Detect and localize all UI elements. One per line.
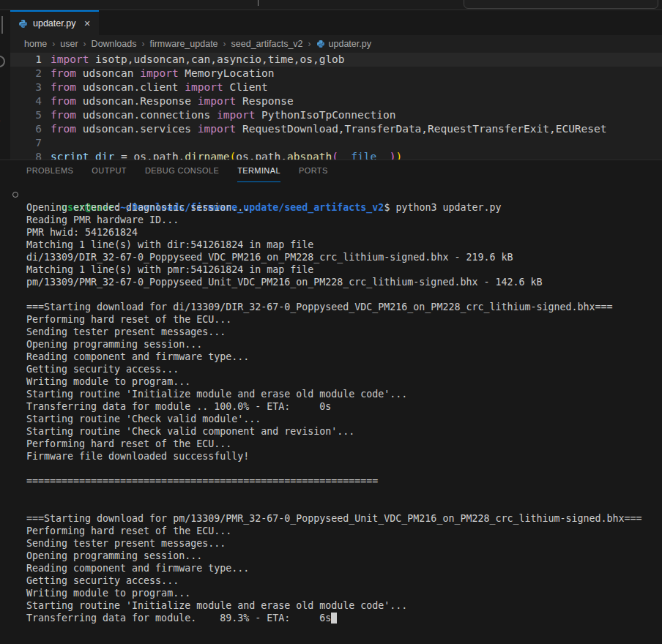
terminal-line: Writing module to program... (26, 375, 662, 388)
cutoff-search-icon (0, 56, 5, 67)
cutoff-activitybar-icon (1, 16, 3, 34)
terminal-line (26, 288, 662, 301)
breadcrumb-file[interactable]: updater.py (329, 39, 371, 49)
terminal-line: ========================================… (26, 475, 662, 487)
terminal[interactable]: user@user:~/Downloads/firmware_update/se… (0, 182, 662, 644)
terminal-line: ===Starting download for pm/13309/PMR_32… (26, 512, 662, 525)
title-bar (0, 0, 662, 10)
chevron-right-icon: › (52, 39, 55, 49)
terminal-line: di/13309/DIR_32-67-0_Poppyseed_VDC_PM216… (26, 251, 662, 263)
terminal-line: Getting security access... (26, 363, 662, 375)
command-decoration-icon[interactable] (12, 192, 18, 198)
terminal-line (26, 463, 662, 475)
terminal-line: Opening programming session... (26, 338, 662, 351)
terminal-line: Getting security access... (26, 574, 662, 587)
code-line: 4from udsoncan.Response import Response (10, 94, 662, 108)
terminal-line: Writing module to program... (26, 587, 662, 599)
chevron-right-icon: › (308, 39, 311, 49)
chevron-right-icon: › (0, 114, 1, 126)
command-center-searchbox[interactable] (464, 0, 658, 9)
chevron-right-icon: › (141, 39, 144, 49)
panel-tab-ports[interactable]: PORTS (299, 160, 328, 182)
terminal-line: Starting routine 'Check valid component … (26, 425, 662, 438)
terminal-line: Performing hard reset of the ECU... (26, 525, 662, 537)
breadcrumb-item[interactable]: Downloads (92, 39, 137, 49)
terminal-line: Reading component and firmware type... (26, 562, 662, 574)
terminal-line: Firmware file downloaded successfully! (26, 450, 662, 463)
panel-tab-bar: PROBLEMSOUTPUTDEBUG CONSOLETERMINALPORTS (0, 160, 662, 182)
terminal-line: Performing hard reset of the ECU... (26, 438, 662, 450)
tab-label: updater.py (33, 18, 75, 29)
breadcrumb-items: home›user›Downloads›firmware_update›seed… (24, 39, 316, 49)
line-number: 4 (10, 94, 42, 108)
panel-tab-problems[interactable]: PROBLEMS (26, 160, 73, 182)
panel-tab-output[interactable]: OUTPUT (92, 160, 127, 182)
terminal-line: Matching 1 line(s) with pmr:541261824 in… (26, 263, 662, 276)
terminal-line: Sending tester present messages... (26, 326, 662, 338)
terminal-line: Performing hard reset of the ECU... (26, 313, 662, 326)
panel-tab-debug-console[interactable]: DEBUG CONSOLE (145, 160, 219, 182)
vscode-window: › updater.py ✕ home›user›Downloads›firmw… (0, 0, 662, 644)
terminal-line: Opening programming session... (26, 550, 662, 562)
panel-tab-terminal[interactable]: TERMINAL (237, 160, 280, 182)
terminal-line: Reading component and firmware type... (26, 351, 662, 363)
code-editor[interactable]: 1import isotp,udsoncan,can,asyncio,time,… (10, 53, 662, 160)
terminal-line: Starting routine 'Check valid module'... (26, 413, 662, 425)
line-number: 7 (10, 136, 42, 150)
python-file-icon (18, 19, 28, 29)
code-line: 5from udsoncan.connections import Python… (10, 108, 662, 122)
terminal-line: Sending tester present messages... (26, 537, 662, 550)
terminal-line: Matching 1 line(s) with dir:541261824 in… (26, 239, 662, 251)
terminal-line (26, 500, 662, 512)
terminal-line: pm/13309/PMR_32-67-0_Poppyseed_Unit_VDC_… (26, 276, 662, 288)
terminal-line: Transferring data for module .. 100.0% -… (26, 400, 662, 413)
terminal-line: Starting routine 'Initialize module and … (26, 388, 662, 400)
terminal-line: Reading PMR hardware ID... (26, 214, 662, 226)
line-number: 8 (10, 150, 42, 160)
terminal-line: PMR hwid: 541261824 (26, 226, 662, 239)
line-number: 6 (10, 122, 42, 136)
python-file-icon (316, 40, 325, 48)
panel-tabs: PROBLEMSOUTPUTDEBUG CONSOLETERMINALPORTS (26, 160, 328, 182)
code-line: 8script_dir = os.path.dirname(os.path.ab… (10, 150, 662, 160)
terminal-line: ===Starting download for di/13309/DIR_32… (26, 301, 662, 313)
line-number: 1 (10, 53, 42, 67)
terminal-prompt-line: user@user:~/Downloads/firmware_update/se… (26, 189, 662, 201)
terminal-line (26, 487, 662, 500)
line-number: 3 (10, 80, 42, 94)
line-number: 2 (10, 67, 42, 80)
cutoff-titlebar-icon (258, 0, 259, 6)
line-number: 5 (10, 108, 42, 122)
code-line: 7 (10, 136, 662, 150)
code-line: 2from udsoncan import MemoryLocation (10, 67, 662, 80)
terminal-line: Transferring data for module. 89.3% - ET… (26, 612, 662, 624)
breadcrumb-item[interactable]: user (60, 39, 78, 49)
terminal-output: Opening extended diagnostic session...Re… (26, 201, 662, 624)
chevron-right-icon: › (223, 39, 226, 49)
terminal-line: Starting routine 'Initialize module and … (26, 599, 662, 612)
code-line: 1import isotp,udsoncan,can,asyncio,time,… (10, 53, 662, 67)
code-lines: 1import isotp,udsoncan,can,asyncio,time,… (10, 53, 662, 160)
chevron-right-icon: › (83, 39, 86, 49)
code-line: 3from udsoncan.client import Client (10, 80, 662, 94)
breadcrumb: home›user›Downloads›firmware_update›seed… (10, 35, 662, 53)
tab-bar: updater.py ✕ (10, 10, 662, 35)
breadcrumb-item[interactable]: firmware_update (149, 39, 217, 49)
code-line: 6from udsoncan.services import RequestDo… (10, 122, 662, 136)
breadcrumb-item[interactable]: home (24, 39, 47, 49)
terminal-line: Opening extended diagnostic session... (26, 201, 662, 214)
terminal-cursor (331, 613, 337, 624)
close-icon[interactable]: ✕ (83, 19, 90, 29)
breadcrumb-item[interactable]: seed_artifacts_v2 (231, 39, 303, 49)
tab-updater-py[interactable]: updater.py ✕ (10, 10, 99, 35)
